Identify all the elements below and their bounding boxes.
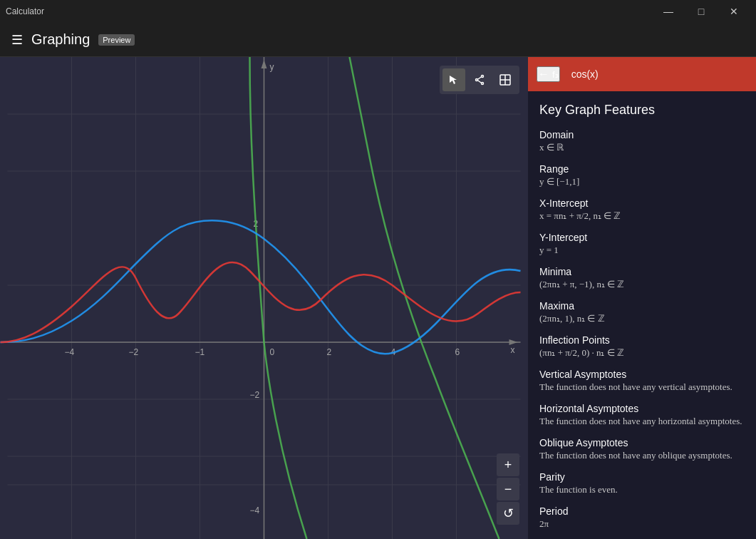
feature-value-minima: (2πn₁ + π, −1), n₁ ∈ ℤ [539, 279, 745, 290]
zoom-out-button[interactable]: − [497, 478, 519, 500]
feature-value-period: 2π [539, 518, 745, 530]
graph-toolbar [440, 66, 519, 94]
feature-value-range: y ∈ [−1,1] [539, 176, 745, 188]
window-controls: — □ ✕ [652, 0, 750, 23]
feature-name-range: Range [539, 163, 745, 175]
app-title-bar: Calculator [6, 6, 44, 16]
svg-line-4 [478, 81, 482, 83]
feature-value-vert-asymp: The function does not have any vertical … [539, 381, 745, 393]
svg-text:−4: −4 [250, 505, 260, 515]
feature-x-intercept: X-Intercept x = πn₁ + π/2, n₁ ∈ ℤ [539, 197, 745, 222]
close-button[interactable]: ✕ [718, 0, 750, 23]
graph-area[interactable]: y x 2 −2 −4 −2 −4 −1 2 4 6 0 + [0, 57, 528, 539]
svg-point-1 [482, 83, 484, 85]
feature-name-y-intercept: Y-Intercept [539, 232, 745, 243]
zoom-reset-button[interactable]: ↺ [497, 502, 519, 525]
svg-point-2 [476, 79, 478, 81]
feature-inflection-points: Inflection Points (πn₁ + π/2, 0) · n₁ ∈ … [539, 334, 745, 359]
feature-name-maxima: Maxima [539, 300, 745, 312]
maximize-button[interactable]: □ [685, 0, 718, 23]
function-expression: cos(x) [571, 68, 599, 80]
feature-oblique-asymptotes: Oblique Asymptotes The function does not… [539, 437, 745, 461]
svg-text:y: y [270, 62, 274, 72]
svg-text:−2: −2 [250, 390, 260, 400]
feature-name-period: Period [539, 505, 745, 517]
titlebar: Calculator — □ ✕ [0, 0, 756, 23]
feature-maxima: Maxima (2πn₁, 1), n₁ ∈ ℤ [539, 300, 745, 324]
right-panel: ← f₃ cos(x) Key Graph Features Domain x … [528, 57, 756, 539]
svg-text:−1: −1 [195, 347, 205, 357]
feature-name-x-intercept: X-Intercept [539, 197, 745, 209]
main-container: y x 2 −2 −4 −2 −4 −1 2 4 6 0 + [0, 57, 756, 539]
feature-name-vert-asymp: Vertical Asymptotes [539, 369, 745, 380]
panel-header: ← f₃ cos(x) [528, 57, 756, 91]
share-button[interactable] [468, 68, 491, 91]
back-button[interactable]: ← f₃ [537, 66, 560, 82]
feature-domain: Domain x ∈ ℝ [539, 129, 745, 153]
panel-title: Key Graph Features [539, 103, 745, 118]
select-tool-button[interactable] [442, 68, 465, 91]
svg-text:−4: −4 [65, 347, 75, 357]
feature-value-obliq-asymp: The function does not have any oblique a… [539, 450, 745, 461]
svg-line-3 [478, 77, 482, 80]
table-button[interactable] [494, 68, 517, 91]
feature-value-maxima: (2πn₁, 1), n₁ ∈ ℤ [539, 313, 745, 324]
feature-value-domain: x ∈ ℝ [539, 142, 745, 153]
app-title: Graphing [31, 31, 90, 48]
feature-value-parity: The function is even. [539, 484, 745, 496]
feature-horizontal-asymptotes: Horizontal Asymptotes The function does … [539, 403, 745, 427]
feature-name-horiz-asymp: Horizontal Asymptotes [539, 403, 745, 414]
feature-name-domain: Domain [539, 129, 745, 140]
feature-value-horiz-asymp: The function does not have any horizonta… [539, 416, 745, 427]
zoom-in-button[interactable]: + [497, 453, 519, 476]
feature-name-minima: Minima [539, 266, 745, 277]
zoom-controls: + − ↺ [497, 453, 519, 525]
panel-content[interactable]: Key Graph Features Domain x ∈ ℝ Range y … [528, 91, 756, 539]
svg-text:2: 2 [327, 347, 332, 357]
feature-name-obliq-asymp: Oblique Asymptotes [539, 437, 745, 448]
svg-text:x: x [511, 345, 515, 355]
svg-text:0: 0 [270, 347, 275, 357]
feature-value-x-intercept: x = πn₁ + π/2, n₁ ∈ ℤ [539, 210, 745, 222]
back-arrow-icon: ← [538, 68, 549, 81]
appbar: ☰ Graphing Preview [0, 23, 756, 57]
menu-icon[interactable]: ☰ [11, 32, 23, 48]
feature-period: Period 2π [539, 505, 745, 530]
feature-parity: Parity The function is even. [539, 471, 745, 496]
svg-point-0 [482, 76, 484, 78]
feature-value-y-intercept: y = 1 [539, 245, 745, 256]
graph-canvas: y x 2 −2 −4 −2 −4 −1 2 4 6 0 [0, 57, 528, 539]
minimize-button[interactable]: — [652, 0, 685, 23]
preview-badge: Preview [98, 34, 135, 46]
function-subscript: f₃ [552, 69, 559, 80]
svg-text:−2: −2 [129, 347, 139, 357]
feature-vertical-asymptotes: Vertical Asymptotes The function does no… [539, 369, 745, 393]
feature-name-parity: Parity [539, 471, 745, 483]
feature-value-inflection: (πn₁ + π/2, 0) · n₁ ∈ ℤ [539, 347, 745, 359]
feature-name-inflection: Inflection Points [539, 334, 745, 346]
feature-minima: Minima (2πn₁ + π, −1), n₁ ∈ ℤ [539, 266, 745, 290]
svg-text:6: 6 [455, 347, 460, 357]
feature-range: Range y ∈ [−1,1] [539, 163, 745, 188]
feature-y-intercept: Y-Intercept y = 1 [539, 232, 745, 256]
